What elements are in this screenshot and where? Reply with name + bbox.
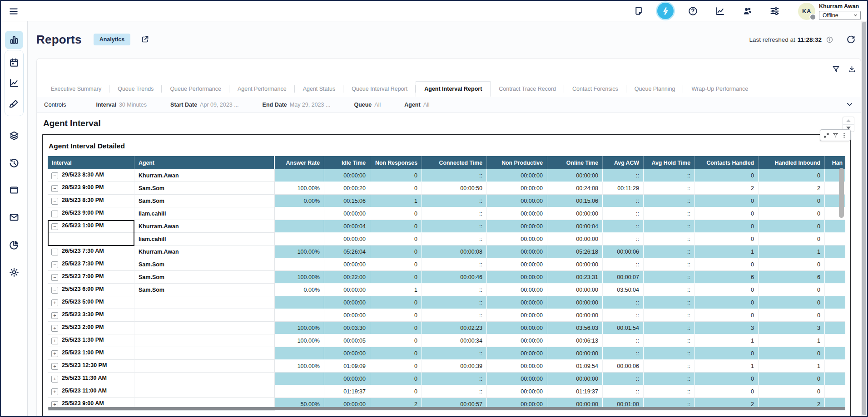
- cell-non-productive[interactable]: 00:00:00: [487, 182, 547, 195]
- cell-handled-inbound[interactable]: 1: [759, 360, 825, 373]
- cell-agent[interactable]: liam.cahill: [134, 233, 275, 245]
- tab-contact-forensics[interactable]: Contact Forensics: [564, 81, 626, 97]
- avatar[interactable]: KA: [798, 3, 815, 20]
- sidebar-item-window[interactable]: [5, 181, 23, 199]
- cell-online-time[interactable]: 03:56:03: [547, 322, 603, 334]
- cell-han[interactable]: [825, 284, 845, 296]
- cell-avg-hold-time[interactable]: ::: [644, 233, 695, 245]
- cell-handled-inbound[interactable]: 0: [759, 233, 825, 245]
- sidebar-item-paintbrush[interactable]: [5, 95, 23, 113]
- cell-avg-acw[interactable]: ::: [603, 309, 644, 322]
- cell-han[interactable]: [825, 334, 845, 347]
- users-button[interactable]: [739, 3, 755, 19]
- cell-han[interactable]: [825, 360, 845, 373]
- cell-idle-time[interactable]: 00:00:04: [324, 220, 370, 233]
- table-horizontal-scrollbar[interactable]: [48, 407, 845, 410]
- cell-avg-acw[interactable]: 00:00:07: [603, 271, 644, 284]
- cell-contacts-handled[interactable]: 0: [695, 284, 759, 296]
- collapse-row-icon[interactable]: −: [51, 198, 58, 205]
- column-header-interval[interactable]: Interval: [48, 156, 134, 169]
- column-header-avg-acw[interactable]: Avg ACW: [603, 156, 644, 169]
- cell-handled-inbound[interactable]: 0: [759, 385, 825, 398]
- cell-interval[interactable]: +25/5/23 1:00 PM: [48, 347, 134, 360]
- cell-non-productive[interactable]: 00:00:00: [487, 220, 547, 233]
- cell-agent[interactable]: [134, 334, 275, 347]
- cell-interval[interactable]: −26/5/23 9:00 PM: [48, 207, 134, 220]
- column-header-answer-rate[interactable]: Answer Rate: [275, 156, 324, 169]
- cell-online-time[interactable]: 00:00:00: [547, 284, 603, 296]
- cell-agent[interactable]: [134, 360, 275, 373]
- cell-agent[interactable]: Sam.Som: [134, 284, 275, 296]
- tab-agent-status[interactable]: Agent Status: [295, 81, 344, 97]
- cell-avg-hold-time[interactable]: ::: [644, 385, 695, 398]
- cell-handled-inbound[interactable]: 0: [759, 220, 825, 233]
- column-header-agent[interactable]: Agent: [134, 156, 275, 169]
- cell-non-responses[interactable]: 0: [370, 169, 422, 182]
- cell-contacts-handled[interactable]: 1: [695, 334, 759, 347]
- kebab-menu-icon[interactable]: [841, 132, 847, 138]
- cell-contacts-handled[interactable]: 0: [695, 258, 759, 271]
- cell-handled-inbound[interactable]: 6: [759, 271, 825, 284]
- cell-idle-time[interactable]: 00:00:00: [324, 309, 370, 322]
- cell-avg-acw[interactable]: ::: [603, 195, 644, 207]
- line-chart-button[interactable]: [712, 3, 728, 19]
- cell-idle-time[interactable]: 00:22:00: [324, 271, 370, 284]
- cell-interval[interactable]: −29/5/23 8:30 AM: [48, 169, 134, 182]
- tab-agent-interval-report[interactable]: Agent Interval Report: [416, 81, 491, 97]
- cell-non-responses[interactable]: 0: [370, 207, 422, 220]
- cell-non-productive[interactable]: 00:00:00: [487, 271, 547, 284]
- lightning-button[interactable]: [657, 3, 674, 19]
- cell-answer-rate[interactable]: [275, 373, 324, 385]
- cell-han[interactable]: [825, 245, 845, 258]
- tab-executive-summary[interactable]: Executive Summary: [43, 81, 109, 97]
- collapse-row-icon[interactable]: −: [51, 172, 58, 179]
- cell-avg-hold-time[interactable]: ::: [644, 258, 695, 271]
- cell-answer-rate[interactable]: [275, 207, 324, 220]
- cell-interval[interactable]: +25/5/23 1:30 PM: [48, 334, 134, 347]
- cell-interval[interactable]: [48, 233, 134, 245]
- cell-connected-time[interactable]: ::: [422, 347, 487, 360]
- cell-agent[interactable]: Sam.Som: [134, 271, 275, 284]
- cell-online-time[interactable]: 01:19:37: [547, 385, 603, 398]
- filter-icon[interactable]: [832, 65, 840, 74]
- expand-row-icon[interactable]: +: [51, 363, 58, 370]
- cell-online-time[interactable]: 00:24:08: [547, 182, 603, 195]
- sidebar-item-calendar[interactable]: [5, 54, 23, 72]
- sidebar-item-mail[interactable]: [5, 208, 23, 226]
- sliders-button[interactable]: [766, 3, 783, 19]
- filter-start-date[interactable]: Start DateApr 09, 2023 ...: [170, 102, 239, 108]
- cell-non-productive[interactable]: 00:00:00: [487, 360, 547, 373]
- cell-contacts-handled[interactable]: 1: [695, 360, 759, 373]
- collapse-row-icon[interactable]: −: [51, 249, 58, 255]
- cell-online-time[interactable]: 01:09:54: [547, 360, 603, 373]
- cell-idle-time[interactable]: 01:09:09: [324, 360, 370, 373]
- cell-avg-acw[interactable]: ::: [603, 334, 644, 347]
- cell-online-time[interactable]: 00:06:13: [547, 334, 603, 347]
- cell-avg-hold-time[interactable]: ::: [644, 373, 695, 385]
- external-link-icon[interactable]: [140, 35, 149, 44]
- cell-agent[interactable]: Khurram.Awan: [134, 245, 275, 258]
- cell-agent[interactable]: liam.cahill: [134, 207, 275, 220]
- cell-handled-inbound[interactable]: 0: [759, 373, 825, 385]
- cell-answer-rate[interactable]: [275, 233, 324, 245]
- cell-avg-acw[interactable]: 00:00:06: [603, 360, 644, 373]
- cell-answer-rate[interactable]: [275, 258, 324, 271]
- tab-contract-trace-record[interactable]: Contract Trace Record: [491, 81, 564, 97]
- cell-handled-inbound[interactable]: 0: [759, 284, 825, 296]
- cell-idle-time[interactable]: 00:00:00: [324, 258, 370, 271]
- help-button[interactable]: [684, 3, 701, 19]
- cell-contacts-handled[interactable]: 0: [695, 309, 759, 322]
- cell-han[interactable]: [825, 258, 845, 271]
- cell-avg-hold-time[interactable]: ::: [644, 207, 695, 220]
- cell-avg-acw[interactable]: ::: [603, 207, 644, 220]
- cell-avg-hold-time[interactable]: ::: [644, 169, 695, 182]
- cell-interval[interactable]: −28/5/23 9:00 PM: [48, 182, 134, 195]
- cell-han[interactable]: [825, 296, 845, 309]
- cell-answer-rate[interactable]: 100.00%: [275, 245, 324, 258]
- cell-non-productive[interactable]: 00:00:00: [487, 296, 547, 309]
- cell-handled-inbound[interactable]: 1: [759, 245, 825, 258]
- cell-avg-hold-time[interactable]: ::: [644, 220, 695, 233]
- cell-idle-time[interactable]: 00:00:00: [324, 347, 370, 360]
- cell-non-productive[interactable]: 00:00:00: [487, 385, 547, 398]
- cell-agent[interactable]: [134, 296, 275, 309]
